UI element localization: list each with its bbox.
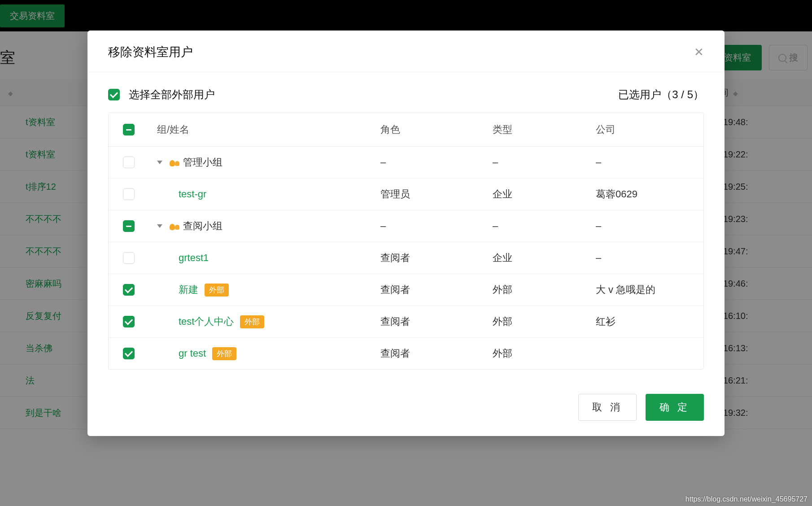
cell-company: –	[596, 157, 703, 168]
cell-type: 企业	[493, 188, 596, 201]
cell-type: 外部	[493, 283, 596, 297]
external-badge: 外部	[205, 284, 229, 297]
cell-company: 大 v 急哦是的	[596, 283, 703, 297]
modal-overlay: 移除资料室用户 ✕ 选择全部外部用户 已选用户（3 / 5） 组/姓名 角色 类…	[0, 0, 812, 506]
row-checkbox[interactable]	[123, 188, 135, 200]
remove-user-modal: 移除资料室用户 ✕ 选择全部外部用户 已选用户（3 / 5） 组/姓名 角色 类…	[87, 31, 725, 436]
cell-role: –	[380, 220, 493, 232]
close-icon[interactable]: ✕	[694, 46, 704, 58]
confirm-button[interactable]: 确 定	[646, 394, 704, 421]
user-name[interactable]: gr test	[179, 348, 206, 359]
col-name: 组/姓名	[149, 123, 380, 136]
external-badge: 外部	[240, 315, 264, 328]
row-checkbox[interactable]	[123, 157, 135, 168]
cell-company: –	[596, 220, 703, 232]
user-name[interactable]: test个人中心	[179, 315, 234, 328]
cell-type: –	[493, 157, 596, 168]
chevron-down-icon[interactable]	[157, 161, 162, 164]
table-header: 组/姓名 角色 类型 公司	[109, 113, 703, 147]
table-row: gr test 外部 查阅者 外部	[109, 338, 703, 369]
group-icon	[170, 158, 179, 166]
table-row: grtest1 查阅者 企业 –	[109, 242, 703, 274]
row-checkbox[interactable]	[123, 284, 135, 296]
cell-role: 查阅者	[380, 283, 493, 297]
cell-company: –	[596, 252, 703, 264]
cell-company: 葛蓉0629	[596, 188, 703, 201]
cancel-button[interactable]: 取 消	[578, 394, 637, 421]
header-checkbox[interactable]	[123, 124, 135, 135]
cell-company: 红衫	[596, 315, 703, 328]
user-name[interactable]: grtest1	[179, 252, 209, 264]
cell-role: 查阅者	[380, 251, 493, 265]
group-name: 管理小组	[183, 156, 223, 169]
row-checkbox[interactable]	[123, 252, 135, 264]
table-row: 新建 外部 查阅者 外部 大 v 急哦是的	[109, 274, 703, 306]
selected-count: 已选用户（3 / 5）	[618, 87, 704, 102]
col-role: 角色	[380, 123, 493, 136]
user-name[interactable]: test-gr	[179, 188, 206, 200]
row-checkbox[interactable]	[123, 316, 135, 327]
cell-role: –	[380, 157, 493, 168]
user-name[interactable]: 新建	[179, 283, 198, 297]
user-table: 组/姓名 角色 类型 公司 管理小组 – – – test-gr 管理员 企业 …	[108, 113, 704, 370]
cell-type: –	[493, 220, 596, 232]
row-checkbox[interactable]	[123, 348, 135, 359]
cell-type: 企业	[493, 251, 596, 265]
select-all-checkbox[interactable]	[108, 89, 120, 100]
cell-role: 管理员	[380, 188, 493, 201]
chevron-down-icon[interactable]	[157, 224, 162, 228]
group-name: 查阅小组	[183, 219, 223, 233]
row-checkbox[interactable]	[123, 220, 135, 232]
modal-title: 移除资料室用户	[108, 44, 193, 60]
cell-role: 查阅者	[380, 315, 493, 328]
cell-type: 外部	[493, 315, 596, 328]
watermark: https://blog.csdn.net/weixin_45695727	[685, 495, 808, 503]
col-type: 类型	[493, 123, 596, 136]
group-icon	[170, 222, 179, 230]
select-all-label: 选择全部外部用户	[129, 87, 215, 102]
cell-role: 查阅者	[380, 347, 493, 360]
cell-type: 外部	[493, 347, 596, 360]
col-company: 公司	[596, 123, 703, 136]
table-row: 查阅小组 – – –	[109, 210, 703, 242]
table-row: 管理小组 – – –	[109, 147, 703, 179]
table-row: test个人中心 外部 查阅者 外部 红衫	[109, 306, 703, 338]
table-row: test-gr 管理员 企业 葛蓉0629	[109, 179, 703, 210]
external-badge: 外部	[212, 347, 236, 360]
